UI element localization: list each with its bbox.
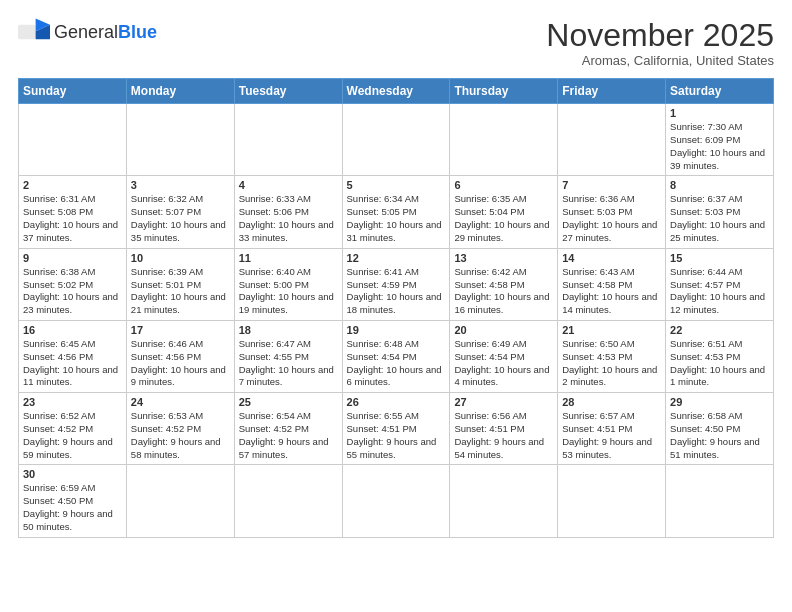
svg-rect-0	[18, 25, 36, 39]
header-area: GeneralBlue November 2025 Aromas, Califo…	[18, 18, 774, 68]
calendar-table: SundayMondayTuesdayWednesdayThursdayFrid…	[18, 78, 774, 538]
day-number: 28	[562, 396, 661, 408]
day-sun-info: Sunrise: 6:33 AM Sunset: 5:06 PM Dayligh…	[239, 193, 338, 244]
calendar-cell	[342, 465, 450, 537]
day-header-monday: Monday	[126, 79, 234, 104]
page: GeneralBlue November 2025 Aromas, Califo…	[0, 0, 792, 612]
day-number: 11	[239, 252, 338, 264]
day-sun-info: Sunrise: 6:35 AM Sunset: 5:04 PM Dayligh…	[454, 193, 553, 244]
calendar-cell: 24Sunrise: 6:53 AM Sunset: 4:52 PM Dayli…	[126, 393, 234, 465]
day-sun-info: Sunrise: 7:30 AM Sunset: 6:09 PM Dayligh…	[670, 121, 769, 172]
calendar-cell: 4Sunrise: 6:33 AM Sunset: 5:06 PM Daylig…	[234, 176, 342, 248]
day-sun-info: Sunrise: 6:58 AM Sunset: 4:50 PM Dayligh…	[670, 410, 769, 461]
generalblue-logo-icon	[18, 18, 50, 46]
day-sun-info: Sunrise: 6:57 AM Sunset: 4:51 PM Dayligh…	[562, 410, 661, 461]
day-number: 13	[454, 252, 553, 264]
calendar-cell: 3Sunrise: 6:32 AM Sunset: 5:07 PM Daylig…	[126, 176, 234, 248]
calendar-cell	[234, 104, 342, 176]
calendar-cell: 6Sunrise: 6:35 AM Sunset: 5:04 PM Daylig…	[450, 176, 558, 248]
day-header-friday: Friday	[558, 79, 666, 104]
day-sun-info: Sunrise: 6:40 AM Sunset: 5:00 PM Dayligh…	[239, 266, 338, 317]
day-number: 15	[670, 252, 769, 264]
day-sun-info: Sunrise: 6:43 AM Sunset: 4:58 PM Dayligh…	[562, 266, 661, 317]
calendar-week-row: 30Sunrise: 6:59 AM Sunset: 4:50 PM Dayli…	[19, 465, 774, 537]
calendar-header-row: SundayMondayTuesdayWednesdayThursdayFrid…	[19, 79, 774, 104]
day-number: 1	[670, 107, 769, 119]
calendar-cell: 9Sunrise: 6:38 AM Sunset: 5:02 PM Daylig…	[19, 248, 127, 320]
day-number: 14	[562, 252, 661, 264]
calendar-cell: 16Sunrise: 6:45 AM Sunset: 4:56 PM Dayli…	[19, 320, 127, 392]
calendar-cell	[450, 465, 558, 537]
calendar-cell: 30Sunrise: 6:59 AM Sunset: 4:50 PM Dayli…	[19, 465, 127, 537]
calendar-cell: 14Sunrise: 6:43 AM Sunset: 4:58 PM Dayli…	[558, 248, 666, 320]
calendar-cell: 13Sunrise: 6:42 AM Sunset: 4:58 PM Dayli…	[450, 248, 558, 320]
day-number: 23	[23, 396, 122, 408]
day-header-tuesday: Tuesday	[234, 79, 342, 104]
calendar-cell	[342, 104, 450, 176]
day-number: 25	[239, 396, 338, 408]
calendar-cell	[126, 465, 234, 537]
calendar-week-row: 9Sunrise: 6:38 AM Sunset: 5:02 PM Daylig…	[19, 248, 774, 320]
day-number: 4	[239, 179, 338, 191]
day-number: 27	[454, 396, 553, 408]
day-sun-info: Sunrise: 6:54 AM Sunset: 4:52 PM Dayligh…	[239, 410, 338, 461]
calendar-cell: 2Sunrise: 6:31 AM Sunset: 5:08 PM Daylig…	[19, 176, 127, 248]
day-number: 10	[131, 252, 230, 264]
day-number: 12	[347, 252, 446, 264]
calendar-cell: 15Sunrise: 6:44 AM Sunset: 4:57 PM Dayli…	[666, 248, 774, 320]
calendar-cell	[19, 104, 127, 176]
day-header-saturday: Saturday	[666, 79, 774, 104]
day-number: 30	[23, 468, 122, 480]
day-number: 19	[347, 324, 446, 336]
day-header-sunday: Sunday	[19, 79, 127, 104]
day-number: 26	[347, 396, 446, 408]
calendar-week-row: 23Sunrise: 6:52 AM Sunset: 4:52 PM Dayli…	[19, 393, 774, 465]
day-sun-info: Sunrise: 6:32 AM Sunset: 5:07 PM Dayligh…	[131, 193, 230, 244]
calendar-cell: 28Sunrise: 6:57 AM Sunset: 4:51 PM Dayli…	[558, 393, 666, 465]
calendar-cell	[234, 465, 342, 537]
calendar-cell	[558, 104, 666, 176]
day-sun-info: Sunrise: 6:51 AM Sunset: 4:53 PM Dayligh…	[670, 338, 769, 389]
calendar-cell: 18Sunrise: 6:47 AM Sunset: 4:55 PM Dayli…	[234, 320, 342, 392]
calendar-cell: 8Sunrise: 6:37 AM Sunset: 5:03 PM Daylig…	[666, 176, 774, 248]
day-sun-info: Sunrise: 6:42 AM Sunset: 4:58 PM Dayligh…	[454, 266, 553, 317]
day-sun-info: Sunrise: 6:37 AM Sunset: 5:03 PM Dayligh…	[670, 193, 769, 244]
day-number: 7	[562, 179, 661, 191]
day-sun-info: Sunrise: 6:48 AM Sunset: 4:54 PM Dayligh…	[347, 338, 446, 389]
calendar-cell	[126, 104, 234, 176]
calendar-cell: 12Sunrise: 6:41 AM Sunset: 4:59 PM Dayli…	[342, 248, 450, 320]
logo: GeneralBlue	[18, 18, 157, 46]
calendar-cell: 21Sunrise: 6:50 AM Sunset: 4:53 PM Dayli…	[558, 320, 666, 392]
day-number: 22	[670, 324, 769, 336]
day-number: 5	[347, 179, 446, 191]
day-number: 3	[131, 179, 230, 191]
calendar-cell: 22Sunrise: 6:51 AM Sunset: 4:53 PM Dayli…	[666, 320, 774, 392]
calendar-cell: 29Sunrise: 6:58 AM Sunset: 4:50 PM Dayli…	[666, 393, 774, 465]
calendar-cell: 27Sunrise: 6:56 AM Sunset: 4:51 PM Dayli…	[450, 393, 558, 465]
calendar-cell: 26Sunrise: 6:55 AM Sunset: 4:51 PM Dayli…	[342, 393, 450, 465]
day-sun-info: Sunrise: 6:46 AM Sunset: 4:56 PM Dayligh…	[131, 338, 230, 389]
calendar-cell: 20Sunrise: 6:49 AM Sunset: 4:54 PM Dayli…	[450, 320, 558, 392]
day-header-thursday: Thursday	[450, 79, 558, 104]
calendar-cell: 10Sunrise: 6:39 AM Sunset: 5:01 PM Dayli…	[126, 248, 234, 320]
day-sun-info: Sunrise: 6:38 AM Sunset: 5:02 PM Dayligh…	[23, 266, 122, 317]
day-sun-info: Sunrise: 6:49 AM Sunset: 4:54 PM Dayligh…	[454, 338, 553, 389]
day-sun-info: Sunrise: 6:52 AM Sunset: 4:52 PM Dayligh…	[23, 410, 122, 461]
day-number: 21	[562, 324, 661, 336]
calendar-subtitle: Aromas, California, United States	[546, 53, 774, 68]
day-sun-info: Sunrise: 6:56 AM Sunset: 4:51 PM Dayligh…	[454, 410, 553, 461]
day-sun-info: Sunrise: 6:39 AM Sunset: 5:01 PM Dayligh…	[131, 266, 230, 317]
calendar-week-row: 1Sunrise: 7:30 AM Sunset: 6:09 PM Daylig…	[19, 104, 774, 176]
logo-general: General	[54, 22, 118, 42]
calendar-week-row: 2Sunrise: 6:31 AM Sunset: 5:08 PM Daylig…	[19, 176, 774, 248]
day-number: 6	[454, 179, 553, 191]
day-number: 17	[131, 324, 230, 336]
calendar-cell	[666, 465, 774, 537]
calendar-cell: 5Sunrise: 6:34 AM Sunset: 5:05 PM Daylig…	[342, 176, 450, 248]
day-number: 9	[23, 252, 122, 264]
logo-blue: Blue	[118, 22, 157, 42]
calendar-cell: 1Sunrise: 7:30 AM Sunset: 6:09 PM Daylig…	[666, 104, 774, 176]
calendar-cell: 7Sunrise: 6:36 AM Sunset: 5:03 PM Daylig…	[558, 176, 666, 248]
title-area: November 2025 Aromas, California, United…	[546, 18, 774, 68]
day-sun-info: Sunrise: 6:41 AM Sunset: 4:59 PM Dayligh…	[347, 266, 446, 317]
